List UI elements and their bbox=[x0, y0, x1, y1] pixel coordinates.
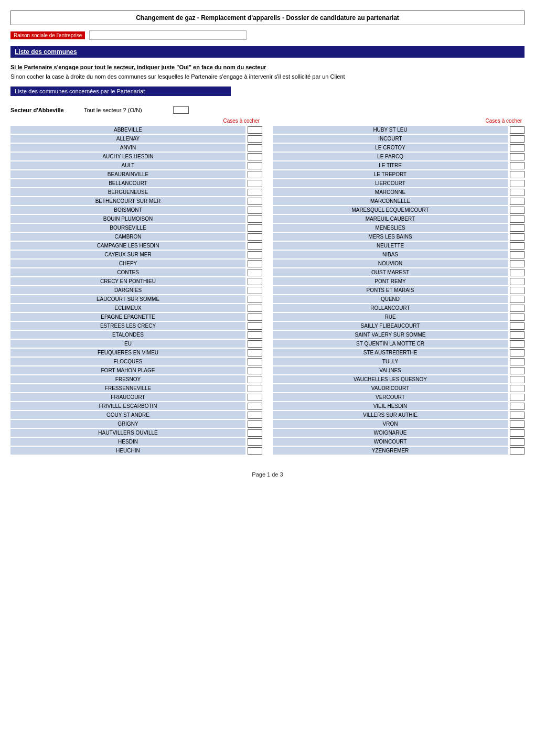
commune-checkbox[interactable] bbox=[510, 314, 525, 321]
commune-checkbox[interactable] bbox=[510, 376, 525, 383]
commune-checkbox[interactable] bbox=[510, 305, 525, 312]
list-item: MAREUIL CAUBERT bbox=[273, 215, 525, 223]
list-item: FLOCQUES bbox=[10, 358, 262, 365]
commune-checkbox[interactable] bbox=[248, 438, 262, 446]
commune-checkbox[interactable] bbox=[248, 198, 262, 205]
commune-name: BELLANCOURT bbox=[10, 179, 245, 187]
commune-checkbox[interactable] bbox=[248, 144, 262, 152]
commune-checkbox[interactable] bbox=[510, 287, 525, 294]
commune-checkbox[interactable] bbox=[510, 349, 525, 357]
commune-name: FORT MAHON PLAGE bbox=[10, 366, 245, 374]
list-item: GRIGNY bbox=[10, 420, 262, 428]
list-item: FORT MAHON PLAGE bbox=[10, 366, 262, 374]
commune-checkbox[interactable] bbox=[248, 233, 262, 241]
commune-checkbox[interactable] bbox=[510, 438, 525, 446]
list-item: FRIAUCOURT bbox=[10, 393, 262, 401]
commune-checkbox[interactable] bbox=[510, 278, 525, 285]
commune-checkbox[interactable] bbox=[510, 429, 525, 437]
commune-checkbox[interactable] bbox=[248, 420, 262, 428]
commune-checkbox[interactable] bbox=[248, 385, 262, 392]
commune-name: SAILLY FLIBEAUCOURT bbox=[273, 322, 508, 330]
list-item: INCOURT bbox=[273, 135, 525, 143]
commune-checkbox[interactable] bbox=[510, 233, 525, 241]
commune-checkbox[interactable] bbox=[248, 305, 262, 312]
commune-name: ROLLANCOURT bbox=[273, 304, 508, 312]
commune-name: HEUCHIN bbox=[10, 447, 245, 455]
commune-checkbox[interactable] bbox=[510, 135, 525, 143]
commune-checkbox[interactable] bbox=[248, 296, 262, 303]
communes-header-wrapper: Liste des communes concernées par le Par… bbox=[10, 87, 525, 101]
list-item: FEUQUIERES EN VIMEU bbox=[10, 349, 262, 357]
commune-checkbox[interactable] bbox=[248, 429, 262, 437]
commune-checkbox[interactable] bbox=[248, 278, 262, 285]
commune-name: ANVIN bbox=[10, 144, 245, 152]
commune-checkbox[interactable] bbox=[248, 135, 262, 143]
commune-checkbox[interactable] bbox=[248, 287, 262, 294]
secteur-checkbox[interactable] bbox=[173, 106, 189, 114]
commune-checkbox[interactable] bbox=[510, 403, 525, 410]
commune-checkbox[interactable] bbox=[248, 126, 262, 134]
commune-checkbox[interactable] bbox=[510, 207, 525, 214]
commune-checkbox[interactable] bbox=[510, 340, 525, 348]
commune-checkbox[interactable] bbox=[248, 215, 262, 223]
list-item: ST QUENTIN LA MOTTE CR bbox=[273, 340, 525, 348]
commune-checkbox[interactable] bbox=[510, 180, 525, 187]
commune-checkbox[interactable] bbox=[510, 189, 525, 196]
commune-checkbox[interactable] bbox=[248, 207, 262, 214]
commune-checkbox[interactable] bbox=[510, 447, 525, 455]
commune-checkbox[interactable] bbox=[510, 126, 525, 134]
commune-name: HUBY ST LEU bbox=[273, 126, 508, 134]
commune-checkbox[interactable] bbox=[248, 162, 262, 169]
commune-checkbox[interactable] bbox=[510, 251, 525, 258]
commune-checkbox[interactable] bbox=[248, 447, 262, 455]
list-item: MARCONNE bbox=[273, 188, 525, 196]
commune-checkbox[interactable] bbox=[510, 224, 525, 232]
list-item: HEUCHIN bbox=[10, 447, 262, 455]
commune-checkbox[interactable] bbox=[510, 260, 525, 267]
commune-checkbox[interactable] bbox=[248, 224, 262, 232]
commune-checkbox[interactable] bbox=[510, 242, 525, 250]
commune-checkbox[interactable] bbox=[510, 215, 525, 223]
commune-checkbox[interactable] bbox=[248, 260, 262, 267]
raison-sociale-input[interactable] bbox=[89, 30, 247, 40]
commune-checkbox[interactable] bbox=[248, 322, 262, 330]
commune-checkbox[interactable] bbox=[510, 198, 525, 205]
commune-checkbox[interactable] bbox=[248, 180, 262, 187]
commune-checkbox[interactable] bbox=[510, 322, 525, 330]
list-item: STE AUSTREBERTHE bbox=[273, 349, 525, 357]
commune-checkbox[interactable] bbox=[248, 376, 262, 383]
commune-checkbox[interactable] bbox=[248, 403, 262, 410]
commune-checkbox[interactable] bbox=[510, 153, 525, 160]
commune-checkbox[interactable] bbox=[248, 340, 262, 348]
communes-section-header: Liste des communes concernées par le Par… bbox=[10, 87, 231, 96]
commune-checkbox[interactable] bbox=[248, 349, 262, 357]
list-item: NIBAS bbox=[273, 251, 525, 258]
commune-checkbox[interactable] bbox=[248, 314, 262, 321]
commune-checkbox[interactable] bbox=[510, 171, 525, 178]
commune-checkbox[interactable] bbox=[510, 331, 525, 339]
commune-checkbox[interactable] bbox=[248, 367, 262, 374]
commune-checkbox[interactable] bbox=[510, 367, 525, 374]
commune-checkbox[interactable] bbox=[510, 412, 525, 419]
commune-checkbox[interactable] bbox=[510, 144, 525, 152]
list-item: CAMPAGNE LES HESDIN bbox=[10, 242, 262, 250]
commune-checkbox[interactable] bbox=[510, 358, 525, 365]
commune-checkbox[interactable] bbox=[248, 171, 262, 178]
commune-checkbox[interactable] bbox=[248, 394, 262, 401]
commune-checkbox[interactable] bbox=[510, 269, 525, 276]
commune-checkbox[interactable] bbox=[248, 358, 262, 365]
commune-checkbox[interactable] bbox=[510, 385, 525, 392]
commune-checkbox[interactable] bbox=[248, 242, 262, 250]
commune-checkbox[interactable] bbox=[510, 420, 525, 428]
commune-checkbox[interactable] bbox=[510, 394, 525, 401]
commune-checkbox[interactable] bbox=[248, 412, 262, 419]
commune-name: VILLERS SUR AUTHIE bbox=[273, 411, 508, 419]
commune-checkbox[interactable] bbox=[248, 189, 262, 196]
commune-checkbox[interactable] bbox=[248, 331, 262, 339]
list-item: BELLANCOURT bbox=[10, 179, 262, 187]
commune-checkbox[interactable] bbox=[248, 269, 262, 276]
commune-checkbox[interactable] bbox=[510, 162, 525, 169]
commune-checkbox[interactable] bbox=[248, 251, 262, 258]
commune-checkbox[interactable] bbox=[510, 296, 525, 303]
commune-checkbox[interactable] bbox=[248, 153, 262, 160]
